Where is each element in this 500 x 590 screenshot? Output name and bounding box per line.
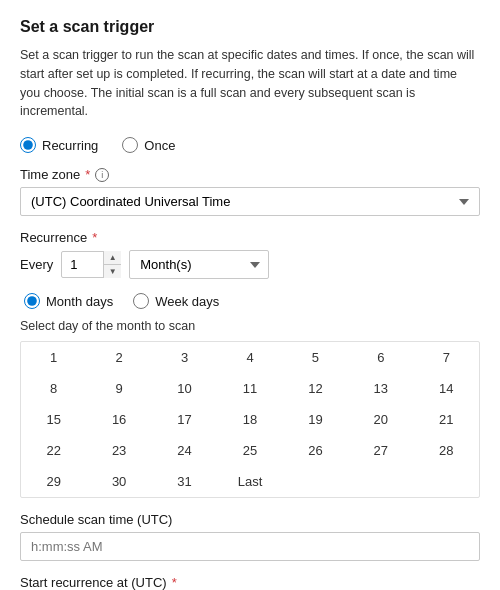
calendar-day-cell[interactable]: 24 [152,435,217,466]
spin-down-button[interactable]: ▼ [104,265,121,278]
recurring-option[interactable]: Recurring [20,137,98,153]
start-recurrence-label: Start recurrence at (UTC) [20,575,167,590]
calendar-day-cell[interactable]: 1 [21,342,86,373]
timezone-required: * [85,167,90,182]
calendar-day-cell[interactable]: 25 [217,435,282,466]
calendar-day-cell[interactable]: 27 [348,435,413,466]
calendar-day-cell[interactable]: 14 [414,373,479,404]
calendar-day-cell[interactable]: 26 [283,435,348,466]
calendar-section: Select day of the month to scan 12345678… [20,319,480,498]
calendar-day-cell[interactable]: 7 [414,342,479,373]
recurrence-number-wrap: ▲ ▼ [61,251,121,278]
recurrence-section: Recurrence * Every ▲ ▼ Month(s) Week(s) … [20,230,480,279]
day-type-radio-group: Month days Week days [24,293,480,309]
schedule-time-input[interactable] [20,532,480,561]
week-days-radio[interactable] [133,293,149,309]
spin-up-button[interactable]: ▲ [104,251,121,265]
once-option[interactable]: Once [122,137,175,153]
calendar-day-cell[interactable]: 13 [348,373,413,404]
calendar-day-cell[interactable]: 28 [414,435,479,466]
calendar-day-cell[interactable]: 5 [283,342,348,373]
page-description: Set a scan trigger to run the scan at sp… [20,46,480,121]
calendar-day-cell[interactable]: 2 [86,342,151,373]
page-title: Set a scan trigger [20,18,480,36]
start-recurrence-required: * [172,575,177,590]
schedule-time-section: Schedule scan time (UTC) [20,512,480,561]
calendar-day-cell[interactable]: Last [217,466,282,497]
calendar-day-cell[interactable]: 4 [217,342,282,373]
timezone-section: Time zone * i (UTC) Coordinated Universa… [20,167,480,216]
calendar-day-cell[interactable]: 15 [21,404,86,435]
calendar-day-cell[interactable]: 19 [283,404,348,435]
recurrence-required: * [92,230,97,245]
calendar-day-cell[interactable]: 10 [152,373,217,404]
once-label: Once [144,138,175,153]
calendar-day-cell[interactable]: 9 [86,373,151,404]
calendar-day-cell[interactable]: 6 [348,342,413,373]
schedule-time-label: Schedule scan time (UTC) [20,512,172,527]
recurring-label: Recurring [42,138,98,153]
month-days-label: Month days [46,294,113,309]
month-days-radio[interactable] [24,293,40,309]
calendar-day-cell[interactable]: 29 [21,466,86,497]
once-radio[interactable] [122,137,138,153]
calendar-day-cell[interactable]: 31 [152,466,217,497]
every-label: Every [20,257,53,272]
calendar-day-cell[interactable]: 11 [217,373,282,404]
month-days-option[interactable]: Month days [24,293,113,309]
calendar-day-cell[interactable]: 21 [414,404,479,435]
recurrence-spin-buttons: ▲ ▼ [103,251,121,278]
timezone-select-wrapper: (UTC) Coordinated Universal Time [20,187,480,216]
week-days-label: Week days [155,294,219,309]
recurrence-label: Recurrence [20,230,87,245]
calendar-grid: 1234567891011121314151617181920212223242… [20,341,480,498]
calendar-day-cell[interactable]: 20 [348,404,413,435]
week-days-option[interactable]: Week days [133,293,219,309]
recurrence-row: Every ▲ ▼ Month(s) Week(s) Day(s) [20,250,480,279]
calendar-day-cell[interactable]: 30 [86,466,151,497]
calendar-day-cell[interactable]: 18 [217,404,282,435]
timezone-label: Time zone [20,167,80,182]
calendar-day-cell[interactable]: 17 [152,404,217,435]
period-select[interactable]: Month(s) Week(s) Day(s) [129,250,269,279]
trigger-type-radio-group: Recurring Once [20,137,480,153]
recurring-radio[interactable] [20,137,36,153]
timezone-select[interactable]: (UTC) Coordinated Universal Time [20,187,480,216]
calendar-day-cell[interactable]: 8 [21,373,86,404]
calendar-day-cell[interactable]: 23 [86,435,151,466]
calendar-day-cell[interactable]: 16 [86,404,151,435]
calendar-sub-label: Select day of the month to scan [20,319,480,333]
timezone-info-icon[interactable]: i [95,168,109,182]
start-recurrence-section: Start recurrence at (UTC) * 📅 [20,575,480,590]
calendar-day-cell[interactable]: 22 [21,435,86,466]
calendar-day-cell[interactable]: 3 [152,342,217,373]
calendar-day-cell[interactable]: 12 [283,373,348,404]
